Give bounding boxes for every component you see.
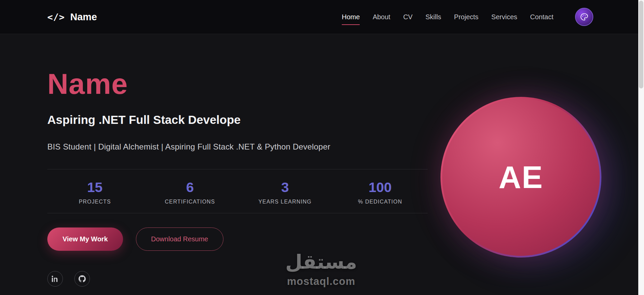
nav-item-projects[interactable]: Projects: [454, 13, 478, 21]
stat-value: 15: [47, 180, 142, 195]
download-resume-button[interactable]: Download Resume: [136, 227, 223, 251]
github-button[interactable]: [74, 271, 90, 287]
theme-toggle-button[interactable]: [575, 8, 593, 26]
linkedin-icon: [52, 275, 58, 282]
nav-item-services[interactable]: Services: [491, 13, 517, 21]
nav-item-home[interactable]: Home: [342, 13, 360, 21]
nav-menu: Home About CV Skills Projects Services C…: [342, 8, 593, 26]
navbar: </> Name Home About CV Skills Projects S…: [0, 0, 644, 34]
nav-item-skills[interactable]: Skills: [425, 13, 441, 21]
cta-row: View My Work Download Resume: [47, 227, 428, 251]
stat-label: PROJECTS: [47, 199, 142, 205]
brand-name: Name: [70, 11, 97, 23]
stat-value: 100: [333, 180, 428, 195]
stat-label: CERTIFICATIONS: [142, 199, 237, 205]
stat-years-learning: 3 YEARS LEARNING: [238, 180, 333, 205]
stat-label: YEARS LEARNING: [238, 199, 333, 205]
view-my-work-button[interactable]: View My Work: [47, 227, 123, 251]
hero-tagline: BIS Student | Digital Alchemist | Aspiri…: [47, 142, 428, 152]
avatar: AE: [440, 97, 601, 258]
stat-label: % DEDICATION: [333, 199, 428, 205]
stat-projects: 15 PROJECTS: [47, 180, 142, 205]
stat-dedication: 100 % DEDICATION: [333, 180, 428, 205]
nav-item-about[interactable]: About: [373, 13, 390, 21]
hero-subtitle: Aspiring .NET Full Stack Develope: [47, 113, 428, 127]
palette-icon: [580, 12, 589, 21]
scrollbar[interactable]: [638, 0, 644, 295]
scrollbar-thumb[interactable]: [639, 1, 643, 88]
avatar-inner: AE: [442, 99, 600, 256]
hero-content: Name Aspiring .NET Full Stack Develope B…: [47, 69, 428, 287]
stat-value: 6: [142, 180, 237, 195]
code-logo-icon: </>: [47, 12, 65, 22]
nav-item-cv[interactable]: CV: [403, 13, 413, 21]
divider-bottom: [47, 213, 428, 213]
hero-title: Name: [47, 69, 428, 98]
github-icon: [78, 275, 86, 283]
brand[interactable]: </> Name: [47, 11, 97, 23]
portfolio-page: </> Name Home About CV Skills Projects S…: [0, 0, 644, 295]
linkedin-button[interactable]: [47, 271, 63, 287]
stats-row: 15 PROJECTS 6 CERTIFICATIONS 3 YEARS LEA…: [47, 169, 428, 213]
stat-certifications: 6 CERTIFICATIONS: [142, 180, 237, 205]
stat-value: 3: [238, 180, 333, 195]
avatar-initials: AE: [499, 160, 543, 195]
social-row: [47, 271, 428, 287]
nav-item-contact[interactable]: Contact: [530, 13, 553, 21]
